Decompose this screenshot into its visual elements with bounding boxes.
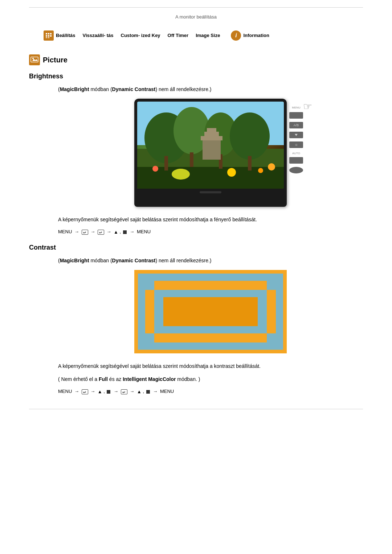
nav-menu: Beállítás Visszaállí- tás Custom- ized K… [44, 30, 363, 44]
svg-point-26 [152, 166, 158, 172]
dynamic-contrast-1: Dynamic Contrast [112, 86, 156, 92]
auto-button [289, 157, 303, 164]
svg-point-27 [268, 163, 275, 171]
menu-button [289, 112, 303, 119]
brightness-menu-nav: MENU → ↵ → ↵ → ▲ , → MENU [58, 229, 363, 235]
svg-point-30 [227, 168, 236, 177]
information-label: Information [243, 33, 269, 39]
reset-label: Visszaállí- tás [82, 33, 113, 39]
svg-point-17 [230, 112, 270, 160]
svg-rect-44 [258, 333, 267, 342]
picture-section-header: Picture [29, 54, 363, 65]
svg-rect-3 [48, 35, 49, 37]
hand-cursor-icon: ☞ [303, 100, 312, 112]
brightness-monitor-image: MENU A/B ⊙ AUTO ☞ [58, 99, 363, 207]
svg-rect-19 [190, 152, 193, 167]
offtimer-label: Off Timer [168, 33, 189, 39]
nav-item-reset[interactable]: Visszaállí- tás [82, 33, 113, 39]
nav-item-imagesize[interactable]: Image Size [196, 33, 220, 39]
svg-rect-0 [46, 33, 47, 34]
custom-label: Custom- ized Key [121, 33, 160, 39]
svg-rect-36 [163, 297, 258, 326]
settings-label: Beállítás [56, 33, 75, 39]
svg-rect-39 [267, 281, 276, 290]
svg-rect-1 [48, 33, 49, 34]
svg-rect-2 [46, 35, 47, 37]
picture-icon [29, 54, 40, 65]
svg-rect-23 [201, 136, 222, 140]
svg-rect-6 [46, 37, 47, 38]
brightness-body-text: A képernyőmenük segítségével saját belát… [58, 216, 363, 223]
contrast-note: ( Nem érhető el a Full és az Intelligent… [58, 376, 363, 383]
bottom-border [29, 409, 363, 409]
page-title: A monitor beállítása [29, 11, 363, 20]
svg-rect-37 [145, 281, 154, 290]
ok-button: ⊙ [289, 141, 303, 148]
imagesize-label: Image Size [196, 33, 220, 39]
monitor-screen [137, 102, 284, 189]
svg-rect-40 [258, 281, 267, 290]
svg-rect-22 [203, 138, 221, 160]
intelligent-label: Intelligent MagicColor [123, 376, 176, 382]
menu-row-1: Beállítás Visszaállí- tás Custom- ized K… [44, 30, 220, 41]
svg-rect-4 [50, 33, 52, 34]
dynamic-contrast-2: Dynamic Contrast [112, 258, 156, 263]
svg-rect-7 [48, 37, 49, 38]
information-icon: i [231, 30, 241, 41]
power-button [289, 167, 303, 173]
svg-rect-38 [154, 281, 163, 290]
svg-rect-18 [164, 156, 168, 171]
nav-item-custom[interactable]: Custom- ized Key [121, 33, 160, 39]
settings-icon [44, 30, 54, 41]
svg-rect-5 [50, 35, 52, 37]
auto-btn-label: AUTO [292, 152, 300, 155]
picture-title: Picture [43, 56, 68, 64]
monitor-side-buttons: MENU A/B ⊙ AUTO [289, 106, 303, 173]
magic-bright-2: MagicBright [60, 258, 89, 263]
svg-rect-21 [248, 156, 252, 171]
brightness-content: (MagicBright módban (Dynamic Contrast) n… [58, 86, 363, 235]
svg-point-29 [172, 169, 190, 180]
magic-bright-1: MagicBright [60, 86, 89, 92]
menu-row-2: i Information [231, 30, 269, 41]
svg-point-10 [32, 58, 34, 59]
contrast-menu-nav: MENU → ↵ → ▲ , → ↵ → ▲ , → MENU [58, 389, 363, 394]
nav-item-offtimer[interactable]: Off Timer [168, 33, 189, 39]
brightness-title: Brightness [29, 73, 363, 80]
menu-btn-label: MENU [292, 106, 301, 109]
svg-marker-31 [295, 134, 298, 136]
contrast-desc: (MagicBright módban (Dynamic Contrast) n… [58, 257, 363, 264]
svg-rect-25 [207, 128, 216, 132]
contrast-body-text: A képernyőmenük segítségével saját belát… [58, 362, 363, 370]
svg-point-28 [258, 168, 263, 173]
svg-rect-43 [267, 333, 276, 342]
contrast-content: (MagicBright módban (Dynamic Contrast) n… [58, 257, 363, 394]
nav-item-information[interactable]: i Information [231, 30, 269, 41]
contrast-image-wrapper [58, 270, 363, 353]
ab-button: A/B [289, 122, 303, 128]
nav-item-settings[interactable]: Beállítás [44, 30, 75, 41]
contrast-title: Contrast [29, 244, 363, 251]
svg-rect-41 [145, 333, 154, 342]
contrast-diagram [134, 270, 287, 353]
brightness-desc: (MagicBright módban (Dynamic Contrast) n… [58, 86, 363, 93]
svg-rect-42 [154, 333, 163, 342]
full-label: Full [99, 376, 108, 382]
down-button [289, 132, 303, 138]
monitor-body [134, 99, 287, 207]
